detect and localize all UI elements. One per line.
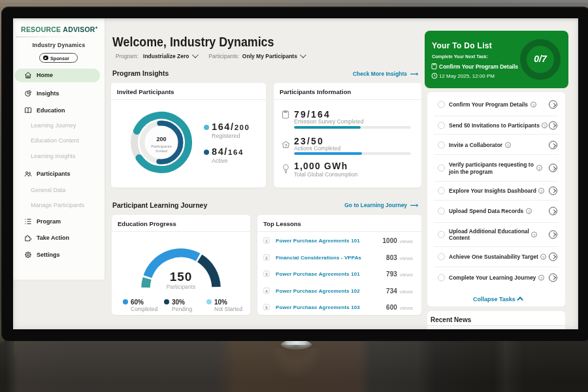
svg-text:Completed: Completed [131, 306, 157, 312]
svg-text:10%: 10% [214, 299, 227, 306]
svg-text:150: 150 [170, 270, 193, 284]
svg-text:Registered: Registered [212, 133, 240, 139]
svg-text:Invited: Invited [155, 149, 167, 153]
svg-text:Pending: Pending [172, 306, 192, 312]
svg-text:164/200: 164/200 [212, 122, 250, 132]
svg-text:Active: Active [212, 157, 228, 164]
svg-text:Participants: Participants [167, 284, 195, 290]
svg-text:30%: 30% [172, 299, 185, 306]
svg-text:Participants: Participants [151, 144, 171, 148]
svg-text:Not Started: Not Started [214, 306, 242, 312]
svg-text:60%: 60% [131, 299, 144, 306]
svg-text:200: 200 [156, 136, 166, 142]
svg-text:84/164: 84/164 [212, 146, 244, 157]
